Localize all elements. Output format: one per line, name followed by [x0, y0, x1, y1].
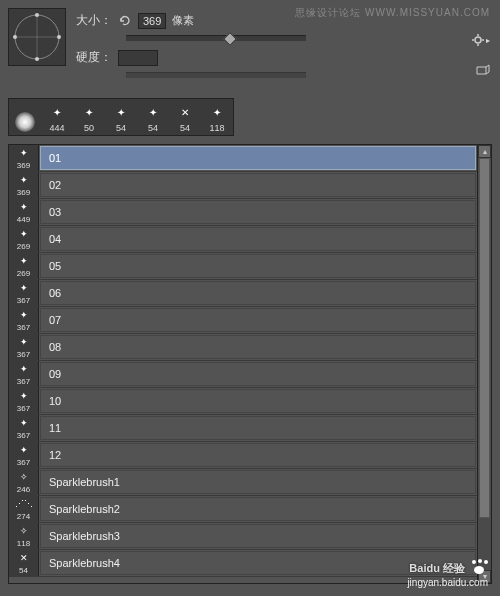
- recent-brush-thumb[interactable]: ✦118: [202, 100, 232, 134]
- brush-preset-row[interactable]: ✦36901: [9, 145, 477, 172]
- brush-row-thumb: ✦367: [9, 361, 39, 387]
- brush-preset-row[interactable]: ✦36712: [9, 442, 477, 469]
- brush-row-label: 05: [40, 254, 476, 278]
- brush-row-thumb: ✦367: [9, 442, 39, 468]
- recent-brush-thumb[interactable]: ✕54: [170, 100, 200, 134]
- svg-point-10: [13, 35, 17, 39]
- brush-row-thumb: ✦369: [9, 145, 39, 171]
- scrollbar[interactable]: ▴ ▾: [477, 145, 491, 583]
- recent-brush-thumb[interactable]: ✦54: [138, 100, 168, 134]
- brush-row-thumb: ✦367: [9, 280, 39, 306]
- hardness-slider[interactable]: [126, 72, 306, 78]
- brush-row-label: 08: [40, 335, 476, 359]
- size-slider-thumb[interactable]: [223, 32, 237, 46]
- brush-row-label: Sparklebrush4: [40, 551, 476, 575]
- new-preset-icon[interactable]: [476, 64, 490, 78]
- brush-row-label: 01: [40, 146, 476, 170]
- brush-preset-row[interactable]: ✦36710: [9, 388, 477, 415]
- scroll-thumb[interactable]: [479, 158, 490, 518]
- scroll-up-arrow[interactable]: ▴: [478, 145, 491, 158]
- hardness-input[interactable]: [118, 50, 158, 66]
- brush-preset-row[interactable]: ⋰⋱274Sparklebrush2: [9, 496, 477, 523]
- size-slider[interactable]: [126, 35, 306, 41]
- brush-row-label: Sparklebrush2: [40, 497, 476, 521]
- brush-row-label: 10: [40, 389, 476, 413]
- recent-brush-thumb[interactable]: [10, 100, 40, 134]
- brush-preset-row[interactable]: ✕54Sparklebrush4: [9, 550, 477, 577]
- brush-row-thumb: ✧118: [9, 523, 39, 549]
- recent-brush-thumb[interactable]: ✦444: [42, 100, 72, 134]
- brush-row-label: 06: [40, 281, 476, 305]
- brush-row-thumb: ✦367: [9, 415, 39, 441]
- brush-row-label: Sparklebrush1: [40, 470, 476, 494]
- brush-preset-row[interactable]: ✦36711: [9, 415, 477, 442]
- brush-row-thumb: ⋰⋱274: [9, 496, 39, 522]
- size-unit: 像素: [172, 13, 194, 28]
- brush-preset-row[interactable]: ✧246Sparklebrush1: [9, 469, 477, 496]
- brush-preset-row[interactable]: ✦36707: [9, 307, 477, 334]
- brush-row-label: 03: [40, 200, 476, 224]
- brush-row-thumb: ✦269: [9, 253, 39, 279]
- watermark-top: 思缘设计论坛 WWW.MISSYUAN.COM: [295, 6, 490, 20]
- brush-row-thumb: ✦269: [9, 226, 39, 252]
- brush-row-label: 12: [40, 443, 476, 467]
- brush-row-thumb: ✦449: [9, 199, 39, 225]
- brush-preset-row[interactable]: ✦36709: [9, 361, 477, 388]
- recent-brush-thumb[interactable]: ✦54: [106, 100, 136, 134]
- brush-row-label: 09: [40, 362, 476, 386]
- svg-point-9: [35, 57, 39, 61]
- brush-preset-row[interactable]: ✦36706: [9, 280, 477, 307]
- hardness-label: 硬度：: [76, 49, 112, 66]
- recent-brushes-strip: ✦444✦50✦54✦54✕54✦118: [8, 98, 234, 136]
- reset-size-icon[interactable]: [118, 14, 132, 28]
- panel-menu-button[interactable]: ▸: [472, 34, 490, 46]
- brush-row-thumb: ✦367: [9, 334, 39, 360]
- brush-row-label: 11: [40, 416, 476, 440]
- brush-preset-row[interactable]: ✦26904: [9, 226, 477, 253]
- size-input[interactable]: 369: [138, 13, 166, 29]
- brush-tip-preview[interactable]: [8, 8, 66, 66]
- brush-row-thumb: ✕54: [9, 550, 39, 576]
- brush-row-label: Sparklebrush3: [40, 524, 476, 548]
- svg-point-0: [475, 37, 481, 43]
- brush-row-label: 07: [40, 308, 476, 332]
- brush-row-thumb: ✦367: [9, 388, 39, 414]
- recent-brush-thumb[interactable]: ✦50: [74, 100, 104, 134]
- brush-row-label: 02: [40, 173, 476, 197]
- brush-preset-row[interactable]: ✦44903: [9, 199, 477, 226]
- svg-point-8: [35, 13, 39, 17]
- brush-preset-row[interactable]: ✦36708: [9, 334, 477, 361]
- brush-preset-row[interactable]: ✧118Sparklebrush3: [9, 523, 477, 550]
- brush-row-thumb: ✦369: [9, 172, 39, 198]
- brush-preset-row[interactable]: ✦36902: [9, 172, 477, 199]
- brush-row-label: 04: [40, 227, 476, 251]
- svg-point-11: [57, 35, 61, 39]
- size-label: 大小：: [76, 12, 112, 29]
- brush-preset-row[interactable]: ✦26905: [9, 253, 477, 280]
- brush-row-thumb: ✦367: [9, 307, 39, 333]
- scroll-down-arrow[interactable]: ▾: [478, 570, 491, 583]
- brush-preset-list: ✦36901✦36902✦44903✦26904✦26905✦36706✦367…: [8, 144, 492, 584]
- brush-row-thumb: ✧246: [9, 469, 39, 495]
